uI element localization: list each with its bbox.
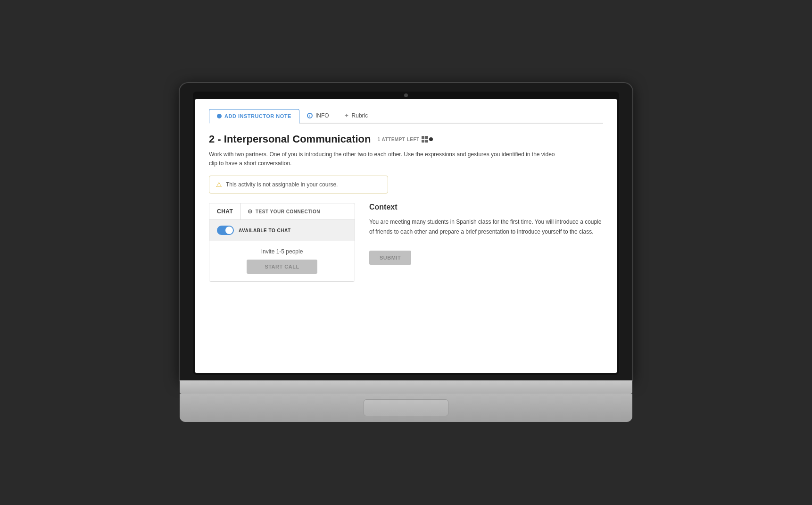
laptop-base (180, 380, 632, 394)
laptop-screen: ADD INSTRUCTOR NOTE i INFO ✦ Rubric (180, 83, 632, 380)
attempt-badge: 1 ATTEMPT LEFT (378, 136, 433, 143)
available-row: AVAILABLE TO CHAT (209, 220, 355, 241)
context-panel: Context You are meeting many students in… (369, 203, 603, 265)
camera-dot (404, 93, 408, 97)
chat-body: Invite 1-5 people START CALL (209, 241, 355, 281)
laptop-trackpad-area (180, 394, 632, 422)
chat-panel: CHAT ⊙ TEST YOUR CONNECTION (209, 203, 355, 282)
context-title: Context (369, 203, 603, 211)
available-toggle[interactable] (217, 226, 234, 235)
wifi-icon: ⊙ (248, 208, 253, 215)
activity-title-row: 2 - Interpersonal Communication 1 ATTEMP… (209, 133, 603, 145)
submit-button[interactable]: SUBMIT (369, 251, 411, 265)
info-circle-icon: i (307, 113, 313, 118)
start-call-button[interactable]: START CALL (247, 260, 317, 274)
available-label: AVAILABLE TO CHAT (239, 228, 291, 233)
warning-icon: ⚠ (216, 181, 222, 188)
tab-bar: ADD INSTRUCTOR NOTE i INFO ✦ Rubric (209, 109, 603, 124)
warning-box: ⚠ This activity is not assignable in you… (209, 176, 388, 194)
chat-tab-label: CHAT (209, 203, 241, 219)
ui-container: ADD INSTRUCTOR NOTE i INFO ✦ Rubric (195, 99, 617, 373)
warning-text: This activity is not assignable in your … (226, 181, 338, 188)
trackpad[interactable] (364, 399, 448, 416)
rubric-tab[interactable]: ✦ Rubric (337, 109, 376, 123)
screen-content: ADD INSTRUCTOR NOTE i INFO ✦ Rubric (195, 99, 617, 373)
activity-title: 2 - Interpersonal Communication (209, 133, 371, 145)
main-content: CHAT ⊙ TEST YOUR CONNECTION (209, 203, 603, 282)
invite-text: Invite 1-5 people (217, 248, 347, 255)
dot-icon (429, 137, 433, 141)
test-connection-button[interactable]: ⊙ TEST YOUR CONNECTION (241, 203, 327, 219)
add-instructor-note-tab[interactable]: ADD INSTRUCTOR NOTE (209, 109, 299, 124)
chat-header: CHAT ⊙ TEST YOUR CONNECTION (209, 203, 355, 220)
context-text: You are meeting many students in Spanish… (369, 217, 603, 236)
note-icon (217, 114, 222, 118)
screen-bezel: ADD INSTRUCTOR NOTE i INFO ✦ Rubric (193, 92, 619, 375)
activity-description: Work with two partners. One of you is in… (209, 150, 563, 168)
toggle-slider (217, 226, 234, 235)
grid-icon (422, 136, 428, 143)
info-tab[interactable]: i INFO (299, 109, 337, 123)
attempt-icons (422, 136, 433, 143)
rubric-icon: ✦ (344, 112, 349, 119)
laptop-wrapper: ADD INSTRUCTOR NOTE i INFO ✦ Rubric (180, 83, 632, 422)
